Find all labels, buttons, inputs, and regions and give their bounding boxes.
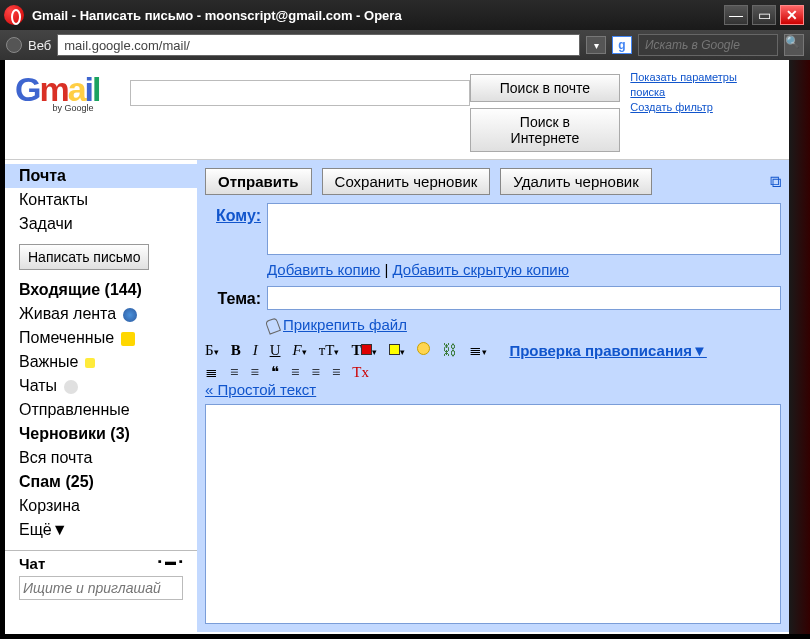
compose-button[interactable]: Написать письмо bbox=[19, 244, 149, 270]
folder-important[interactable]: Важные bbox=[5, 350, 197, 374]
folder-allmail[interactable]: Вся почта bbox=[5, 446, 197, 470]
opera-icon bbox=[4, 5, 24, 25]
numbered-list-button[interactable]: ≣▾ bbox=[469, 341, 487, 359]
titlebar: Gmail - Написать письмо - moonscript@gma… bbox=[0, 0, 810, 30]
spellcheck-link[interactable]: Проверка правописания▼ bbox=[509, 342, 706, 359]
align-right-button[interactable]: ≡ bbox=[332, 364, 340, 381]
address-bar: Веб ▾ g 🔍 bbox=[0, 30, 810, 60]
buzz-icon bbox=[123, 308, 137, 322]
fontfamily-button[interactable]: F▾ bbox=[292, 342, 306, 359]
browser-search-input[interactable] bbox=[638, 34, 778, 56]
discard-button[interactable]: Удалить черновик bbox=[500, 168, 651, 195]
subject-input[interactable] bbox=[267, 286, 781, 310]
bold-button[interactable]: В bbox=[231, 342, 241, 359]
minimize-button[interactable]: — bbox=[724, 5, 748, 25]
chat-search-input[interactable] bbox=[19, 576, 183, 600]
emoji-button[interactable] bbox=[417, 342, 430, 359]
maximize-button[interactable]: ▭ bbox=[752, 5, 776, 25]
to-input[interactable] bbox=[267, 203, 781, 255]
folder-more[interactable]: Ещё▼ bbox=[5, 518, 197, 542]
sidebar-tasks[interactable]: Задачи bbox=[5, 212, 197, 236]
popout-icon[interactable]: ⧉ bbox=[770, 173, 781, 191]
paperclip-icon bbox=[265, 317, 281, 334]
important-icon bbox=[85, 358, 95, 368]
window-title: Gmail - Написать письмо - moonscript@gma… bbox=[32, 8, 724, 23]
google-search-icon[interactable]: g bbox=[612, 36, 632, 54]
align-center-button[interactable]: ≡ bbox=[311, 364, 319, 381]
folder-spam[interactable]: Спам (25) bbox=[5, 470, 197, 494]
chat-heading: Чат bbox=[19, 555, 45, 572]
chat-icon bbox=[64, 380, 78, 394]
plain-text-link[interactable]: « Простой текст bbox=[205, 381, 316, 398]
subject-label: Тема: bbox=[205, 286, 261, 310]
to-label[interactable]: Кому: bbox=[205, 203, 261, 255]
folder-drafts[interactable]: Черновики (3) bbox=[5, 422, 197, 446]
fontsize-button[interactable]: тТ▾ bbox=[319, 342, 340, 359]
search-mail-button[interactable]: Поиск в почте bbox=[470, 74, 621, 102]
sidebar: Почта Контакты Задачи Написать письмо Вх… bbox=[5, 160, 197, 632]
rss-icon[interactable]: ▾ bbox=[586, 36, 606, 54]
format-toolbar: Б▾ В I U F▾ тТ▾ T▾ ▾ ⛓ ≣▾ Проверка право… bbox=[205, 341, 781, 398]
remove-format-button[interactable]: Tx bbox=[352, 364, 369, 381]
highlight-button[interactable]: ▾ bbox=[389, 342, 405, 359]
font-button[interactable]: Б▾ bbox=[205, 342, 219, 359]
show-search-options-link[interactable]: Показать параметры поиска bbox=[630, 70, 773, 100]
close-button[interactable]: ✕ bbox=[780, 5, 804, 25]
bullet-list-button[interactable]: ≣ bbox=[205, 363, 218, 381]
outdent-button[interactable]: ≡ bbox=[230, 364, 238, 381]
web-label: Веб bbox=[28, 38, 51, 53]
gmail-header: Gmail by Google Поиск в почте Поиск в Ин… bbox=[5, 60, 789, 160]
folder-trash[interactable]: Корзина bbox=[5, 494, 197, 518]
link-button[interactable]: ⛓ bbox=[442, 342, 457, 359]
message-body[interactable] bbox=[205, 404, 781, 624]
align-left-button[interactable]: ≡ bbox=[291, 364, 299, 381]
folder-buzz[interactable]: Живая лента bbox=[5, 302, 197, 326]
sidebar-contacts[interactable]: Контакты bbox=[5, 188, 197, 212]
folder-inbox[interactable]: Входящие (144) bbox=[5, 278, 197, 302]
url-input[interactable] bbox=[57, 34, 580, 56]
search-web-button[interactable]: Поиск в Интернете bbox=[470, 108, 621, 152]
folder-chats[interactable]: Чаты bbox=[5, 374, 197, 398]
italic-button[interactable]: I bbox=[253, 342, 258, 359]
quote-button[interactable]: ❝ bbox=[271, 363, 279, 381]
window-right-edge bbox=[789, 60, 810, 634]
attach-file-link[interactable]: Прикрепить файл bbox=[283, 316, 407, 333]
textcolor-button[interactable]: T▾ bbox=[351, 342, 377, 359]
star-icon bbox=[121, 332, 135, 346]
sidebar-mail[interactable]: Почта bbox=[5, 164, 197, 188]
globe-icon bbox=[6, 37, 22, 53]
page-content: Gmail by Google Поиск в почте Поиск в Ин… bbox=[5, 60, 789, 634]
underline-button[interactable]: U bbox=[270, 342, 281, 359]
save-draft-button[interactable]: Сохранить черновик bbox=[322, 168, 491, 195]
create-filter-link[interactable]: Создать фильтр bbox=[630, 100, 773, 115]
add-cc-link[interactable]: Добавить копию bbox=[267, 261, 380, 278]
send-button[interactable]: Отправить bbox=[205, 168, 312, 195]
indent-button[interactable]: ≡ bbox=[250, 364, 258, 381]
add-bcc-link[interactable]: Добавить скрытую копию bbox=[393, 261, 569, 278]
chat-controls[interactable]: ▪ ▬ ▪ bbox=[158, 555, 183, 572]
folder-sent[interactable]: Отправленные bbox=[5, 398, 197, 422]
folder-starred[interactable]: Помеченные bbox=[5, 326, 197, 350]
compose-panel: Отправить Сохранить черновик Удалить чер… bbox=[197, 160, 789, 632]
gmail-search-input[interactable] bbox=[130, 80, 470, 106]
search-go-button[interactable]: 🔍 bbox=[784, 34, 804, 56]
